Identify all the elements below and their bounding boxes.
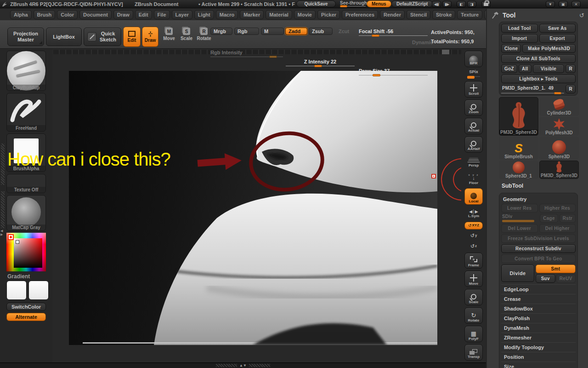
current-stroke-thumb[interactable]: FreeHand [6, 93, 46, 132]
tool-r-button[interactable]: R [565, 85, 576, 93]
goz-r-button[interactable]: R [565, 64, 576, 73]
z-intensity-knob[interactable] [314, 65, 322, 67]
geometry-header[interactable]: Geometry [501, 195, 576, 204]
section-crease[interactable]: Crease [501, 294, 576, 304]
section-claypolish[interactable]: ClayPolish [501, 313, 576, 323]
dynamic-toggle[interactable]: Dynamic [412, 40, 433, 45]
active-tool-knob[interactable] [554, 92, 561, 94]
xyz-button[interactable]: ↺ XYZ [464, 222, 483, 230]
menu-document[interactable]: Document [79, 10, 112, 19]
current-texture-thumb[interactable]: Texture Off [6, 174, 46, 193]
restore-button[interactable]: ▣ [559, 1, 568, 7]
close-button[interactable]: × [571, 1, 581, 7]
quick-sketch-button[interactable]: Quick Sketch [84, 28, 121, 46]
polymesh3d-thumb[interactable]: PolyMesh3D [539, 117, 579, 136]
zoom-button[interactable]: Zoom [464, 99, 483, 116]
current-color-swatch[interactable] [8, 234, 14, 240]
rotate-canvas-button[interactable]: ↻ Rotate [464, 307, 483, 324]
menu-texture[interactable]: Texture [457, 10, 482, 19]
menu-stencil[interactable]: Stencil [407, 10, 430, 19]
minimize-button[interactable]: ▼ [546, 1, 555, 7]
see-through-track[interactable] [340, 6, 366, 6]
menu-brush[interactable]: Brush [34, 10, 56, 19]
dock-right-icon[interactable]: ◨ [467, 1, 476, 7]
convert-bpr-button[interactable]: Convert BPR To Geo [501, 254, 576, 263]
current-brush-thumb[interactable]: ClayBuildup [6, 51, 46, 91]
lightbox-tools-button[interactable]: Lightbox ▸ Tools [501, 75, 576, 83]
reconstruct-subdiv-button[interactable]: Reconstruct Subdiv [501, 244, 576, 253]
m-button[interactable]: M [261, 28, 284, 35]
color-cursor[interactable] [16, 240, 19, 244]
bottom-scrollbar[interactable]: ▲▼ [0, 362, 486, 368]
divider-right-icon[interactable]: ▮▶ [442, 1, 452, 7]
menu-material[interactable]: Material [266, 10, 292, 19]
freeze-subdivision-button[interactable]: Freeze SubDivision Levels [501, 234, 576, 243]
spix-track[interactable] [467, 76, 480, 77]
subtool-section-header[interactable]: SubTool [502, 183, 588, 189]
polyf-button[interactable]: ▦ PolyF [464, 326, 483, 342]
lock-button[interactable] [481, 1, 491, 7]
higher-res-button[interactable]: Higher Res [539, 204, 576, 213]
menu-color[interactable]: Color [57, 10, 78, 19]
pm3d-sphere3d-thumb[interactable]: PM3D_Sphere3D [539, 161, 579, 179]
rotate-z-button[interactable]: ↺ z [464, 242, 483, 251]
spix-knob[interactable] [467, 76, 475, 79]
rotate-y-button[interactable]: ↺ y [464, 231, 483, 240]
menu-picker[interactable]: Picker [317, 10, 340, 19]
mrgb-button[interactable]: Mrgb [210, 28, 232, 35]
rotate-tool[interactable]: R Rotate [196, 28, 212, 41]
del-higher-button[interactable]: Del Higher [539, 224, 576, 233]
section-zremesher[interactable]: ZRemesher [501, 333, 576, 342]
zcut-button[interactable]: Zcut [339, 29, 349, 34]
sphere3d-1-thumb[interactable]: Sphere3D_1 [499, 161, 538, 179]
see-through-knob[interactable] [340, 5, 347, 7]
spix-slider[interactable]: SPix [464, 69, 483, 79]
menu-file[interactable]: File [154, 10, 170, 19]
menu-edit[interactable]: Edit [135, 10, 152, 19]
menu-macro[interactable]: Macro [216, 10, 238, 19]
document-viewport[interactable] [69, 71, 437, 345]
import-button[interactable]: Import [501, 34, 538, 43]
section-dynamesh[interactable]: DynaMesh [501, 323, 576, 333]
canvas-area[interactable] [52, 49, 486, 362]
projection-master-button[interactable]: Projection Master [7, 28, 44, 46]
goz-button[interactable]: GoZ [501, 64, 517, 73]
clone-button[interactable]: Clone [501, 44, 521, 53]
transp-button[interactable]: Transp [464, 344, 483, 361]
del-lower-button[interactable]: Del Lower [501, 224, 538, 233]
suv-button[interactable]: Suv [536, 274, 555, 283]
menu-marker[interactable]: Marker [240, 10, 264, 19]
divide-button[interactable]: Divide [501, 264, 534, 282]
draw-button[interactable]: -¦- Draw [142, 27, 158, 47]
document-scroll-thumb[interactable] [442, 50, 449, 54]
menu-light[interactable]: Light [194, 10, 214, 19]
divider-left-icon[interactable]: ◀▮ [432, 1, 441, 7]
focal-shift-knob[interactable] [372, 34, 379, 37]
switch-color-button[interactable]: SwitchColor [6, 303, 46, 311]
frame-button[interactable]: Frame [464, 253, 483, 269]
reuv-button[interactable]: ReUV [556, 274, 576, 283]
move-canvas-button[interactable]: Move [464, 270, 483, 287]
menu-alpha[interactable]: Alpha [10, 10, 32, 19]
actual-button[interactable]: Actual [464, 118, 483, 134]
local-button[interactable]: Local [464, 188, 483, 205]
zsub-button[interactable]: Zsub [309, 28, 333, 35]
rgb-button[interactable]: Rgb [234, 28, 259, 35]
scale-canvas-button[interactable]: Scale [464, 289, 483, 305]
move-tool[interactable]: M Move [161, 28, 177, 41]
save-as-button[interactable]: Save As [539, 24, 576, 33]
menu-preferences[interactable]: Preferences [342, 10, 378, 19]
all-button[interactable]: All [519, 64, 531, 73]
color-picker[interactable] [6, 233, 46, 271]
active-tool-slider[interactable]: PM3D_Sphere3D_1. 49 [501, 85, 564, 93]
section-modify-topology[interactable]: Modify Topology [501, 342, 576, 352]
rgb-intensity-slider[interactable]: Rgb Intensity [210, 48, 283, 57]
tray-collapse-icon[interactable]: ◀▶ [0, 229, 3, 236]
main-color-swatch[interactable] [6, 281, 27, 300]
scroll-button[interactable]: Scroll [464, 81, 483, 98]
lower-res-button[interactable]: Lower Res [501, 204, 538, 213]
default-zscript-button[interactable]: DefaultZScript [391, 0, 433, 7]
bottom-scroll-dots-right[interactable] [249, 364, 270, 367]
sphere3d-thumb[interactable]: Sphere3D [539, 137, 579, 160]
floor-button[interactable]: x y z ↓ Floor [464, 171, 483, 186]
